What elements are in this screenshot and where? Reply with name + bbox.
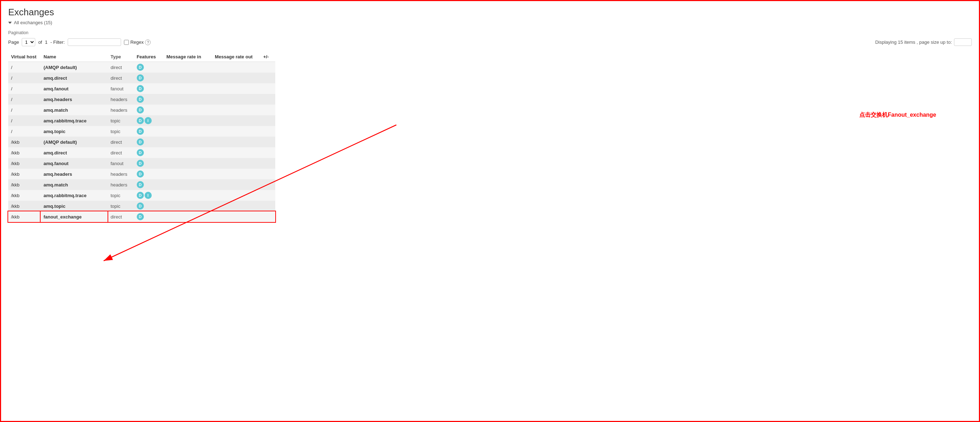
cell-msg-in <box>164 136 212 147</box>
cell-features: DI <box>134 115 164 126</box>
feature-badge: D <box>137 96 144 103</box>
help-icon[interactable]: ? <box>145 40 151 45</box>
cell-msg-out <box>212 169 260 179</box>
cell-plusminus <box>260 62 275 73</box>
cell-name[interactable]: amq.headers <box>41 169 108 179</box>
cell-name[interactable]: amq.headers <box>41 94 108 105</box>
filter-input[interactable] <box>68 38 121 46</box>
cell-name[interactable]: amq.rabbitmq.trace <box>41 115 108 126</box>
cell-vhost: /kkb <box>8 158 41 169</box>
cell-type: direct <box>108 73 134 83</box>
regex-label: Regex <box>130 40 144 45</box>
cell-features: D <box>134 201 164 211</box>
table-row[interactable]: /kkb(AMQP default)directD <box>8 136 275 147</box>
cell-type: topic <box>108 115 134 126</box>
feature-badge: D <box>137 149 144 156</box>
cell-plusminus <box>260 105 275 115</box>
cell-msg-in <box>164 158 212 169</box>
table-row[interactable]: /kkbamq.rabbitmq.tracetopicDI <box>8 190 275 201</box>
cell-features: D <box>134 179 164 190</box>
display-info-text: Displaying 15 items , page size up to: <box>875 40 952 45</box>
cell-vhost: /kkb <box>8 179 41 190</box>
annotation-text: 点击交换机Fanout_exchange <box>859 111 936 119</box>
cell-msg-in <box>164 147 212 158</box>
cell-plusminus <box>260 83 275 94</box>
feature-badge: D <box>137 75 144 81</box>
page-label: Page <box>8 40 19 45</box>
feature-badge: D <box>137 160 144 167</box>
feature-badge: D <box>137 192 144 199</box>
cell-plusminus <box>260 126 275 136</box>
page-size-input[interactable]: 100 <box>954 38 972 46</box>
cell-type: headers <box>108 94 134 105</box>
cell-name[interactable]: (AMQP default) <box>41 62 108 73</box>
col-name: Name <box>41 52 108 62</box>
col-type: Type <box>108 52 134 62</box>
cell-vhost: /kkb <box>8 169 41 179</box>
cell-type: headers <box>108 179 134 190</box>
cell-name[interactable]: amq.fanout <box>41 158 108 169</box>
cell-name[interactable]: amq.match <box>41 105 108 115</box>
cell-plusminus <box>260 211 275 222</box>
feature-badge: D <box>137 170 144 178</box>
cell-msg-in <box>164 94 212 105</box>
cell-name[interactable]: amq.direct <box>41 147 108 158</box>
cell-features: D <box>134 105 164 115</box>
cell-plusminus <box>260 158 275 169</box>
regex-checkbox[interactable] <box>124 40 129 45</box>
cell-features: D <box>134 83 164 94</box>
cell-msg-in <box>164 169 212 179</box>
cell-vhost: / <box>8 83 41 94</box>
cell-name[interactable]: amq.topic <box>41 126 108 136</box>
table-row[interactable]: /amq.fanoutfanoutD <box>8 83 275 94</box>
pagination-bar: Page 1 of 1 - Filter: Regex ? Displaying… <box>8 38 972 46</box>
table-row[interactable]: /kkbfanout_exchangedirectD <box>8 211 275 222</box>
table-row[interactable]: /kkbamq.matchheadersD <box>8 179 275 190</box>
cell-vhost: / <box>8 94 41 105</box>
cell-msg-out <box>212 190 260 201</box>
cell-msg-in <box>164 179 212 190</box>
cell-vhost: /kkb <box>8 190 41 201</box>
table-row[interactable]: /kkbamq.fanoutfanoutD <box>8 158 275 169</box>
table-header-row: Virtual host Name Type Features Message … <box>8 52 275 62</box>
cell-name[interactable]: fanout_exchange <box>41 211 108 222</box>
cell-type: topic <box>108 190 134 201</box>
cell-name[interactable]: amq.topic <box>41 201 108 211</box>
feature-badge: D <box>137 85 144 92</box>
cell-features: D <box>134 94 164 105</box>
cell-msg-out <box>212 115 260 126</box>
cell-features: D <box>134 158 164 169</box>
cell-vhost: / <box>8 126 41 136</box>
cell-msg-out <box>212 73 260 83</box>
cell-plusminus <box>260 190 275 201</box>
table-row[interactable]: /amq.headersheadersD <box>8 94 275 105</box>
cell-features: D <box>134 126 164 136</box>
table-row[interactable]: /amq.topictopicD <box>8 126 275 136</box>
cell-msg-out <box>212 62 260 73</box>
cell-name[interactable]: amq.rabbitmq.trace <box>41 190 108 201</box>
table-row[interactable]: /kkbamq.directdirectD <box>8 147 275 158</box>
table-row[interactable]: /amq.matchheadersD <box>8 105 275 115</box>
cell-name[interactable]: amq.direct <box>41 73 108 83</box>
page-select[interactable]: 1 <box>22 38 35 46</box>
cell-msg-out <box>212 136 260 147</box>
cell-type: topic <box>108 126 134 136</box>
cell-plusminus <box>260 201 275 211</box>
feature-badge: D <box>137 106 144 114</box>
cell-features: DI <box>134 190 164 201</box>
cell-vhost: / <box>8 115 41 126</box>
table-row[interactable]: /amq.rabbitmq.tracetopicDI <box>8 115 275 126</box>
table-row[interactable]: /kkbamq.headersheadersD <box>8 169 275 179</box>
all-exchanges-toggle[interactable]: All exchanges (15) <box>8 20 972 25</box>
cell-name[interactable]: amq.fanout <box>41 83 108 94</box>
cell-msg-in <box>164 62 212 73</box>
feature-badge: D <box>137 138 144 146</box>
col-msg-out: Message rate out <box>212 52 260 62</box>
cell-name[interactable]: amq.match <box>41 179 108 190</box>
feature-badge: I <box>145 117 152 124</box>
table-row[interactable]: /kkbamq.topictopicD <box>8 201 275 211</box>
cell-name[interactable]: (AMQP default) <box>41 136 108 147</box>
cell-plusminus <box>260 147 275 158</box>
table-row[interactable]: /(AMQP default)directD <box>8 62 275 73</box>
table-row[interactable]: /amq.directdirectD <box>8 73 275 83</box>
